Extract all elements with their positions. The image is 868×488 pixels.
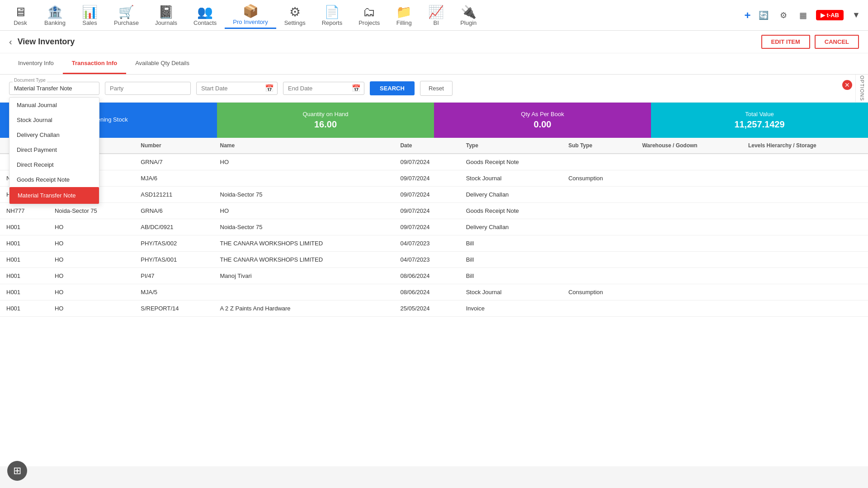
table-row[interactable]: H001HOMJA/508/06/2024Stock JournalConsum…: [0, 284, 868, 300]
youtube-button[interactable]: ▶ t-AB: [816, 10, 844, 20]
nav-bi[interactable]: 📈 BI: [420, 2, 452, 28]
header-actions: EDIT ITEM CANCEL: [761, 35, 859, 49]
table-cell-col5: Invoice: [460, 300, 562, 317]
dropdown-item-direct-payment[interactable]: Direct Payment: [9, 142, 99, 157]
table-cell-col3: HO: [214, 154, 394, 170]
table-cell-col8: [742, 187, 868, 203]
table-row[interactable]: H001HOASD121211Noida-Sector 7509/07/2024…: [0, 187, 868, 203]
nav-settings-label: Settings: [284, 19, 306, 26]
back-button[interactable]: ‹: [9, 37, 12, 47]
table-cell-col7: [636, 268, 742, 284]
summary-card-qty-as-per-book: Qty As Per Book 0.00: [434, 103, 651, 138]
nav-projects[interactable]: 🗂 Projects: [350, 2, 388, 28]
nav-journals[interactable]: 📓 Journals: [147, 2, 185, 28]
table-cell-col6: [562, 154, 636, 170]
table-cell-col2: AB/DC/0921: [134, 219, 213, 235]
party-input[interactable]: [105, 82, 191, 95]
nav-settings[interactable]: ⚙ Settings: [276, 2, 314, 28]
table-cell-col3: HO: [214, 203, 394, 219]
table-cell-col2: ASD121211: [134, 187, 213, 203]
total-value-value: 11,257.1429: [734, 119, 784, 130]
start-date-calendar-icon[interactable]: 📅: [265, 84, 274, 93]
nav-pro-inventory-label: Pro Inventory: [233, 19, 268, 25]
grid-view-button[interactable]: ⊞: [7, 461, 27, 481]
table-cell-col1: HO: [48, 268, 134, 284]
table-cell-col4: 04/07/2023: [394, 252, 459, 268]
table-cell-col8: [742, 268, 868, 284]
dropdown-item-goods-receipt-note[interactable]: Goods Receipt Note: [9, 172, 99, 187]
table-cell-col7: [636, 300, 742, 317]
nav-bi-label: BI: [434, 19, 439, 26]
grid-icon[interactable]: ▦: [796, 8, 811, 23]
nav-filling[interactable]: 📁 Filling: [388, 2, 420, 28]
col-header-levels-hierarchy: Levels Hierarchy / Storage: [742, 138, 868, 154]
table-cell-col8: [742, 252, 868, 268]
add-button[interactable]: +: [745, 9, 751, 22]
table-cell-col4: 09/07/2024: [394, 170, 459, 187]
nav-filling-label: Filling: [396, 19, 412, 26]
table-cell-col7: [636, 252, 742, 268]
nav-desk[interactable]: 🖥 Desk: [5, 2, 36, 28]
reset-button[interactable]: Reset: [420, 81, 453, 96]
dropdown-item-stock-journal[interactable]: Stock Journal: [9, 113, 99, 127]
table-cell-col2: GRNA/6: [134, 203, 213, 219]
transactions-table-wrapper[interactable]: Branch Name Number Name Date Type Sub Ty…: [0, 138, 868, 466]
dropdown-item-manual-journal[interactable]: Manual Journal: [9, 98, 99, 113]
nav-plugin[interactable]: 🔌 Plugin: [452, 2, 485, 28]
table-row[interactable]: NH777Noida-Sector 75MJA/609/07/2024Stock…: [0, 170, 868, 187]
gear-icon[interactable]: ⚙: [776, 8, 791, 23]
table-row[interactable]: H001HOPHY/TAS/001THE CANARA WORKSHOPS LI…: [0, 252, 868, 268]
table-cell-col5: Bill: [460, 235, 562, 252]
document-type-select[interactable]: Material Transfer Note: [9, 82, 99, 95]
edit-item-button[interactable]: EDIT ITEM: [761, 35, 810, 49]
table-cell-col5: Bill: [460, 252, 562, 268]
table-row[interactable]: H001HOAB/DC/0921Noida-Sector 7509/07/202…: [0, 219, 868, 235]
dropdown-arrow[interactable]: ▼: [849, 8, 863, 23]
nav-purchase[interactable]: 🛒 Purchase: [106, 2, 147, 28]
dropdown-item-direct-receipt[interactable]: Direct Receipt: [9, 157, 99, 172]
nav-sales[interactable]: 📊 Sales: [74, 2, 106, 28]
table-row[interactable]: H001HOS/REPORT/14A 2 Z Paints And Hardwa…: [0, 300, 868, 317]
nav-banking[interactable]: 🏦 Banking: [36, 2, 74, 28]
sync-icon[interactable]: 🔄: [756, 8, 771, 23]
table-cell-col3: Manoj Tivari: [214, 268, 394, 284]
tab-available-qty[interactable]: Available Qty Details: [126, 53, 198, 74]
table-cell-col1: HO: [48, 219, 134, 235]
table-cell-col6: [562, 300, 636, 317]
filter-bar: Document Type Material Transfer Note 📅 📅…: [0, 75, 868, 103]
tab-inventory-info[interactable]: Inventory Info: [9, 53, 63, 74]
tab-transaction-info[interactable]: Transaction Info: [63, 53, 126, 74]
table-cell-col6: [562, 235, 636, 252]
end-date-calendar-icon[interactable]: 📅: [352, 84, 361, 93]
table-cell-col5: Stock Journal: [460, 170, 562, 187]
table-cell-col3: [214, 284, 394, 300]
nav-reports[interactable]: 📄 Reports: [314, 2, 351, 28]
table-cell-col1: HO: [48, 235, 134, 252]
table-cell-col3: A 2 Z Paints And Hardware: [214, 300, 394, 317]
table-row[interactable]: H001HOPI/47Manoj Tivari08/06/2024Bill: [0, 268, 868, 284]
table-cell-col7: [636, 235, 742, 252]
dropdown-item-delivery-challan[interactable]: Delivery Challan: [9, 127, 99, 142]
table-cell-col6: [562, 252, 636, 268]
cancel-button[interactable]: CANCEL: [815, 35, 859, 49]
table-cell-col3: Noida-Sector 75: [214, 187, 394, 203]
options-sidebar[interactable]: OPTIONS: [855, 75, 868, 102]
qty-as-per-book-value: 0.00: [534, 119, 552, 130]
document-type-label: Document Type: [13, 78, 47, 83]
page-title: View Inventory: [18, 37, 75, 47]
nav-pro-inventory[interactable]: 📦 Pro Inventory: [225, 1, 276, 29]
dropdown-item-material-transfer-note[interactable]: Material Transfer Note: [9, 187, 99, 204]
table-cell-col5: Stock Journal: [460, 284, 562, 300]
search-button[interactable]: SEARCH: [370, 81, 415, 95]
close-filter-button[interactable]: ✕: [842, 80, 852, 90]
nav-journals-label: Journals: [155, 19, 177, 26]
start-date-wrapper: 📅: [196, 82, 278, 95]
table-cell-col8: [742, 284, 868, 300]
table-cell-col1: HO: [48, 252, 134, 268]
table-row[interactable]: NH777Noida-Sector 75GRNA/6HO09/07/2024Go…: [0, 203, 868, 219]
table-row[interactable]: HOGRNA/7HO09/07/2024Goods Receipt Note: [0, 154, 868, 170]
document-type-wrapper: Document Type Material Transfer Note: [9, 82, 99, 95]
quantity-on-hand-value: 16.00: [314, 119, 337, 130]
table-row[interactable]: H001HOPHY/TAS/002THE CANARA WORKSHOPS LI…: [0, 235, 868, 252]
nav-contacts[interactable]: 👥 Contacts: [185, 2, 225, 28]
